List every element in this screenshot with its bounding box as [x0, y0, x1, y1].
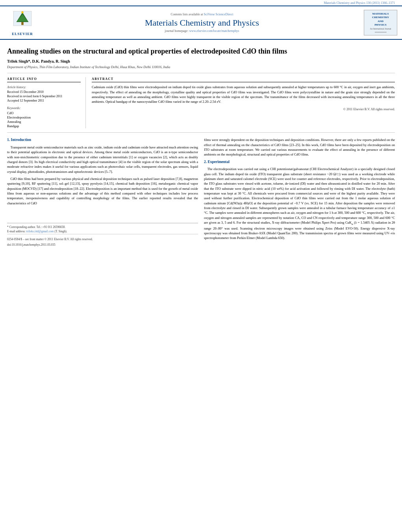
homepage-link[interactable]: www.elsevier.com/locate/matchemphys: [189, 29, 239, 33]
body-col-left: 1. Introduction Transparent metal oxide …: [7, 137, 198, 249]
keywords-label: Keywords:: [7, 106, 81, 110]
copyright-line: © 2011 Elsevier B.V. All rights reserved…: [92, 108, 395, 111]
footnote-email-label: E-mail address:: [7, 230, 26, 233]
article-info-abstract-section: ARTICLE INFO Article history: Received 1…: [7, 73, 395, 133]
svg-rect-1: [21, 22, 24, 25]
journal-bar: Materials Chemistry and Physics 130 (201…: [0, 0, 402, 6]
elsevier-logo: ELSEVIER: [5, 9, 40, 36]
journal-citation: Materials Chemistry and Physics 130 (201…: [324, 1, 395, 5]
section2-heading: 2. Experimental: [204, 159, 395, 165]
journal-logo-subtitle: An International Journal: [365, 28, 396, 30]
svg-point-4: [21, 11, 24, 13]
received-revised-date: Received in revised form 6 September 201…: [7, 95, 81, 98]
authors: Trilok Singh*, D.K. Pandya, R. Singh: [7, 59, 70, 63]
affiliation: Department of Physics, Thin Film Laborat…: [7, 65, 395, 69]
article-info-heading: ARTICLE INFO: [7, 77, 81, 82]
abstract-text: Cadmium oxide (CdO) thin films were elec…: [92, 85, 395, 104]
abstract-section: ABSTRACT Cadmium oxide (CdO) thin films …: [92, 77, 395, 128]
section1-heading: 1. Introduction: [7, 137, 198, 143]
keywords-section: Keywords: CdO Electrodeposition Annealin…: [7, 106, 81, 128]
main-content: Annealing studies on the structural and …: [0, 40, 402, 254]
section1-para1: Transparent metal oxide semiconductor ma…: [7, 145, 198, 174]
authors-line: Trilok Singh*, D.K. Pandya, R. Singh: [7, 59, 395, 63]
section2-para1: The electrodeposition was carried out us…: [204, 167, 395, 240]
footnote-email-line: E-mail address: triloks.iitd@gmail.com (…: [7, 230, 198, 234]
elsevier-tree-icon: [9, 9, 36, 31]
accepted-date: Accepted 12 September 2011: [7, 99, 81, 102]
journal-header: ELSEVIER Contents lists available at Sci…: [0, 6, 402, 40]
footer-issn: 0254-0584/$ – see front matter © 2011 El…: [7, 237, 198, 242]
received-date: Received 15 December 2010: [7, 90, 81, 94]
abstract-heading: ABSTRACT: [92, 77, 395, 82]
footnote-star-line: * Corresponding author. Tel.: +91 011 26…: [7, 225, 198, 230]
body-col-right: films were strongly dependent on the dep…: [204, 137, 395, 249]
journal-header-center: Contents lists available at SciVerse Sci…: [44, 13, 360, 33]
article-title: Annealing studies on the structural and …: [7, 47, 395, 56]
journal-logo-title: MATERIALSCHEMISTRYANDPHYSICS: [365, 12, 396, 26]
contents-available-line: Contents lists available at SciVerse Sci…: [44, 13, 360, 16]
footnote-email-person: (T. Singh).: [54, 230, 67, 233]
respectively-word: respectively: [92, 90, 108, 94]
homepage-line: journal homepage: www.elsevier.com/locat…: [44, 29, 360, 33]
body-content: 1. Introduction Transparent metal oxide …: [7, 133, 395, 254]
keyword-1: CdO: [7, 111, 81, 115]
article-history-label: Article history:: [7, 85, 81, 89]
section1-para3-cont: films were strongly dependent on the dep…: [204, 137, 395, 157]
keyword-2: Electrodeposition: [7, 115, 81, 119]
journal-logo-detail: ●●●●●●●●●●: [365, 31, 396, 33]
footnote-area: * Corresponding author. Tel.: +91 011 26…: [7, 208, 198, 249]
sciverse-link[interactable]: SciVerse ScienceDirect: [204, 13, 233, 16]
footer-section: 0254-0584/$ – see front matter © 2011 El…: [7, 234, 198, 249]
keyword-4: Bandgap: [7, 124, 81, 128]
article-info-column: ARTICLE INFO Article history: Received 1…: [7, 77, 86, 128]
footnote-content: * Corresponding author. Tel.: +91 011 26…: [7, 223, 198, 234]
footnote-email-link[interactable]: triloks.iitd@gmail.com: [26, 230, 54, 233]
journal-title: Materials Chemistry and Physics: [44, 18, 360, 28]
elsevier-brand-text: ELSEVIER: [12, 32, 33, 36]
keyword-3: Annealing: [7, 120, 81, 124]
section1-para2: CdO thin films had been prepared by vari…: [7, 176, 198, 206]
article-title-section: Annealing studies on the structural and …: [7, 40, 395, 73]
journal-logo-right: MATERIALSCHEMISTRYANDPHYSICS An Internat…: [364, 10, 397, 35]
footer-doi: doi:10.1016/j.matchemphys.2011.03.035: [7, 243, 198, 247]
